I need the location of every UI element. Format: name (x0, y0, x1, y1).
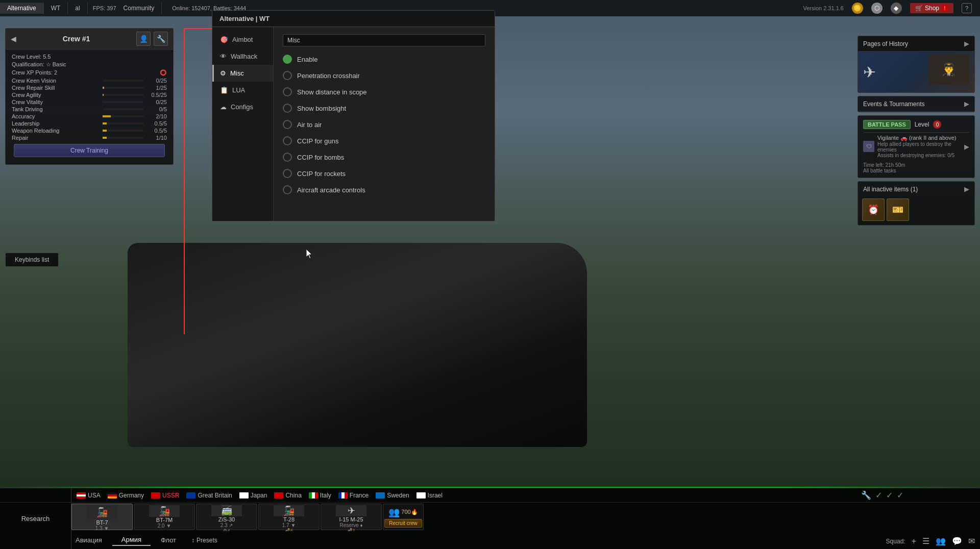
version-text: Version 2.31.1.6 (803, 5, 844, 11)
mode-tab-armia[interactable]: Армия (112, 534, 151, 546)
mode-tab-flot[interactable]: Флот (152, 535, 185, 545)
country-tab-china[interactable]: China (274, 492, 301, 499)
country-tab-italy[interactable]: Italy (309, 492, 331, 499)
i15-image: ✈ (336, 505, 366, 516)
inactive-item-0[interactable]: ⏰ (862, 198, 885, 221)
crew-level-row: Crew Level: 5.5 (12, 54, 167, 60)
research-label-container: Research (0, 488, 71, 549)
quest-title: Vigilante 🚗 (rank II and above) (877, 135, 961, 141)
country-tab-israel[interactable]: Israel (416, 492, 443, 499)
recruit-button[interactable]: Recruit crew (384, 519, 422, 528)
toggle-enable-label: Enable (297, 56, 317, 63)
community-menu[interactable]: Community (116, 3, 162, 14)
wrench-icon[interactable]: 🔧 (861, 490, 871, 500)
i15-name: I-15 M-25 (339, 516, 363, 522)
hack-menu-body: 🎯 Aimbot 👁 Wallhack ⚙ Misc 📋 LUA ☁ Confi… (212, 27, 495, 221)
checkmark-icon-3[interactable]: ✓ (897, 490, 903, 500)
toggle-show-bombsight-label: Show bombsight (297, 105, 346, 112)
crew-nav-prev[interactable]: ◀ (11, 35, 16, 43)
country-label-germany: Germany (119, 492, 144, 499)
misc-search-input[interactable] (283, 34, 485, 46)
toggle-show-bombsight: Show bombsight (283, 104, 485, 113)
flag-israel (416, 492, 426, 498)
skill-row-4: Tank Driving 0/5 (12, 106, 167, 112)
vehicle-card-bt7-inner: 🚂 (87, 505, 117, 519)
quest-description: Help allied players to destroy the enemi… (877, 141, 961, 153)
hack-sidebar-lua[interactable]: 📋 LUA (212, 82, 273, 98)
mode-tab-aviacia[interactable]: Авиация (66, 535, 111, 545)
hack-sidebar-misc[interactable]: ⚙ Misc (212, 65, 273, 82)
country-tab-germany[interactable]: Germany (108, 492, 144, 499)
tab-wt[interactable]: WT (44, 3, 68, 14)
events-tournaments-header[interactable]: Events & Tournaments ▶ (858, 96, 974, 112)
zis30-br: 2.3 ↗ (220, 522, 233, 528)
checkmark-icon-2[interactable]: ✓ (886, 490, 893, 500)
vehicle-card-bt7m[interactable]: 🚂 BT-7M 2.0 ▼ (134, 504, 195, 530)
hack-sidebar-aimbot[interactable]: 🎯 Aimbot (212, 31, 273, 48)
zis30-image: 🚎 (211, 505, 242, 516)
flag-japan (239, 492, 249, 498)
quest-arrow: ▶ (964, 143, 969, 151)
toggle-pen-crosshair-circle[interactable] (283, 71, 292, 80)
flag-usa (77, 492, 86, 498)
country-label-israel: Israel (428, 492, 443, 499)
crew-training-button[interactable]: Crew Training (14, 144, 165, 157)
gem-currency-icon[interactable]: ◆ (891, 3, 902, 14)
keybinds-button[interactable]: Keybinds list (5, 253, 59, 267)
silver-currency-icon[interactable]: ⬡ (871, 3, 883, 14)
mode-preset-button[interactable]: ↕ Presets (186, 535, 223, 545)
toggle-show-distance-circle[interactable] (283, 87, 292, 96)
country-tab-sweden[interactable]: Sweden (376, 492, 409, 499)
squad-mail-icon[interactable]: ✉ (968, 536, 975, 546)
shop-label: Shop (925, 5, 939, 12)
quest-icon: 🛡 (863, 141, 874, 152)
toggle-ccip-rockets: CCIP for rockets (283, 169, 485, 178)
toggle-aircraft-arcade-circle[interactable] (283, 185, 292, 194)
checkmark-icon-1[interactable]: ✓ (875, 490, 882, 500)
country-tab-france[interactable]: France (338, 492, 369, 499)
shop-button[interactable]: 🛒 Shop ! (910, 3, 953, 13)
country-label-japan: Japan (251, 492, 267, 499)
toggle-ccip-rockets-circle[interactable] (283, 169, 292, 178)
vehicle-card-bt7[interactable]: 🚂 BT-7 1.3 ▼ ⚙5 🔧 💣4 (71, 504, 133, 530)
quest-all-tasks[interactable]: All battle tasks (863, 168, 969, 173)
vehicle-card-zis30[interactable]: 🚎 ZiS-30 2.3 ↗ ⚙4 (196, 504, 257, 530)
squad-list-icon[interactable]: ☰ (922, 536, 929, 546)
toggle-air-to-air-circle[interactable] (283, 120, 292, 129)
lua-icon: 📋 (220, 86, 228, 94)
aimbot-label: Aimbot (232, 36, 253, 43)
toggle-enable-circle[interactable] (283, 55, 292, 64)
preset-icon: ↕ (191, 537, 194, 544)
help-button[interactable]: ? (962, 3, 972, 13)
t28-name: T-28 (283, 516, 295, 522)
battle-pass-quest-row[interactable]: 🛡 Vigilante 🚗 (rank II and above) Help a… (863, 132, 969, 160)
skill-row-2: Crew Agility 0.5/25 (12, 92, 167, 98)
recruit-cost-row: 👥 700🔥 (388, 507, 418, 518)
country-tab-gb[interactable]: Great Britain (186, 492, 232, 499)
toggle-show-bombsight-circle[interactable] (283, 104, 292, 113)
pages-of-history-image: 👨‍✈️ ✈ (858, 52, 974, 92)
recruit-crew-slot[interactable]: 👥 700🔥 Recruit crew (383, 504, 424, 530)
pages-of-history-header[interactable]: Pages of History ▶ (858, 36, 974, 52)
inactive-item-1[interactable]: 🎫 (887, 198, 909, 221)
toggle-ccip-guns-circle[interactable] (283, 136, 292, 145)
country-tab-ussr[interactable]: USSR (151, 492, 179, 499)
quest-details: Vigilante 🚗 (rank II and above) Help all… (877, 135, 961, 158)
hack-sidebar-wallhack[interactable]: 👁 Wallhack (212, 48, 273, 65)
gold-currency-icon[interactable]: 🪙 (852, 3, 863, 14)
squad-add-icon[interactable]: + (912, 537, 916, 546)
hack-sidebar-configs[interactable]: ☁ Configs (212, 98, 273, 115)
hack-menu-header: Alternative | WT (212, 11, 495, 27)
recruit-cost: 700🔥 (401, 509, 418, 515)
tab-alternative[interactable]: Alternative (0, 3, 44, 14)
squad-bar: Squad: + ☰ 👥 💬 ✉ (886, 536, 975, 546)
country-tab-usa[interactable]: USA (77, 492, 101, 499)
vehicle-card-i15[interactable]: ✈ I-15 M-25 Reserve ♦ 💣1 (321, 504, 382, 530)
squad-people-icon[interactable]: 👥 (936, 536, 946, 546)
vehicle-card-t28[interactable]: 🚂 T-28 1.7 ▼ 💣6 (258, 504, 320, 530)
toggle-ccip-bombs-circle[interactable] (283, 153, 292, 162)
inactive-items-header[interactable]: All inactive items (1) ▶ (858, 182, 974, 196)
country-tab-japan[interactable]: Japan (239, 492, 267, 499)
tab-al[interactable]: al (68, 3, 87, 14)
squad-chat-icon[interactable]: 💬 (952, 536, 962, 546)
